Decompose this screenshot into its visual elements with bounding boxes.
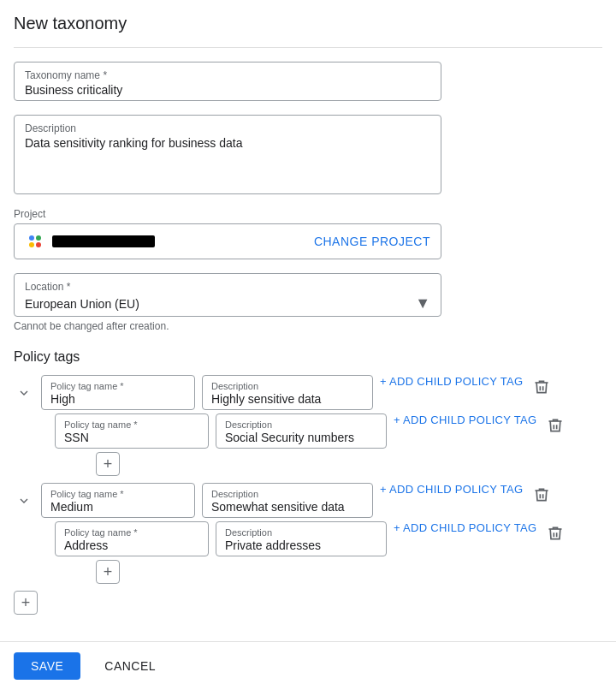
location-label: Location * [25, 281, 430, 293]
add-root-tag-button[interactable]: + [14, 591, 38, 615]
project-box: CHANGE PROJECT [14, 223, 441, 259]
project-label: Project [14, 208, 602, 220]
taxonomy-name-label: Taxonomy name * [25, 69, 430, 81]
tag-name-field-address: Policy tag name * [55, 521, 209, 556]
page-title: New taxonomy [14, 14, 602, 48]
add-child-button-address[interactable]: + ADD CHILD POLICY TAG [394, 521, 536, 534]
tag-fields-high: Policy tag name * Description + ADD CHIL… [41, 375, 602, 410]
tag-name-label-address: Policy tag name * [64, 527, 199, 538]
policy-tags-title: Policy tags [14, 349, 602, 365]
tag-desc-label-high: Description [211, 381, 364, 391]
tag-name-field-high: Policy tag name * [41, 375, 195, 410]
tag-fields-address: Policy tag name * Description + ADD CHIL… [55, 521, 602, 556]
footer-bar: SAVE CANCEL [0, 641, 616, 690]
svg-point-0 [29, 235, 34, 241]
tag-desc-input-address[interactable] [225, 538, 377, 552]
cancel-button[interactable]: CANCEL [91, 652, 169, 680]
tag-name-field-ssn: Policy tag name * [55, 413, 209, 449]
plus-icon: + [104, 455, 113, 473]
tag-desc-input-medium[interactable] [211, 500, 364, 514]
add-nested-child-row-medium: + [96, 560, 602, 584]
location-hint: Cannot be changed after creation. [14, 320, 441, 332]
description-label: Description [25, 122, 430, 134]
table-row: Policy tag name * Description + ADD CHIL… [14, 375, 602, 410]
child-group-ssn: Policy tag name * Description + ADD CHIL… [55, 413, 602, 476]
plus-icon: + [104, 563, 113, 581]
add-child-button-medium[interactable]: + ADD CHILD POLICY TAG [380, 483, 523, 496]
plus-icon-root: + [21, 594, 31, 612]
tag-name-input-medium[interactable] [50, 500, 186, 514]
tag-desc-label-medium: Description [211, 489, 364, 499]
location-value: European Union (EU) [25, 297, 139, 311]
tag-desc-field-high: Description [202, 375, 373, 410]
delete-button-high[interactable] [530, 375, 554, 399]
table-row: Policy tag name * Description + ADD CHIL… [55, 521, 602, 556]
table-row: Policy tag name * Description + ADD CHIL… [55, 413, 602, 449]
tag-desc-field-ssn: Description [216, 413, 387, 449]
taxonomy-name-input[interactable] [25, 83, 430, 97]
tag-name-label-high: Policy tag name * [50, 381, 186, 391]
tag-name-field-medium: Policy tag name * [41, 483, 195, 518]
add-nested-child-row-high: + [96, 452, 602, 476]
description-field: Description Data sensitivity ranking for… [14, 115, 441, 194]
tag-desc-field-address: Description [216, 521, 387, 556]
chevron-down-icon: ▼ [415, 294, 430, 312]
tag-desc-label-ssn: Description [225, 419, 377, 430]
project-icon [25, 231, 45, 252]
svg-point-2 [29, 242, 34, 247]
delete-button-medium[interactable] [530, 483, 554, 507]
add-child-button-ssn[interactable]: + ADD CHILD POLICY TAG [394, 413, 536, 426]
tag-name-input-ssn[interactable] [64, 431, 199, 444]
add-nested-child-button-medium[interactable]: + [96, 560, 120, 584]
policy-tag-group-medium: Policy tag name * Description + ADD CHIL… [14, 483, 602, 584]
tag-desc-label-address: Description [225, 527, 377, 538]
add-child-button-high[interactable]: + ADD CHILD POLICY TAG [380, 375, 523, 388]
svg-point-1 [36, 235, 41, 241]
add-root-tag-row: + [14, 591, 602, 615]
description-input[interactable]: Data sensitivity ranking for business da… [25, 136, 430, 187]
tag-desc-input-ssn[interactable] [225, 431, 377, 444]
expand-toggle-high[interactable] [14, 383, 34, 403]
tag-name-input-address[interactable] [64, 538, 199, 552]
policy-tags-section: Policy tags Policy tag name * [14, 349, 602, 615]
tag-name-label-medium: Policy tag name * [50, 489, 186, 499]
taxonomy-name-field: Taxonomy name * [14, 62, 441, 101]
table-row: Policy tag name * Description + ADD CHIL… [14, 483, 602, 518]
save-button[interactable]: SAVE [14, 652, 80, 680]
change-project-button[interactable]: CHANGE PROJECT [314, 235, 430, 248]
tag-fields-ssn: Policy tag name * Description + ADD CHIL… [55, 413, 602, 449]
delete-button-ssn[interactable] [543, 413, 567, 437]
tag-desc-field-medium: Description [202, 483, 373, 518]
tag-name-input-high[interactable] [50, 392, 186, 406]
tag-desc-input-high[interactable] [211, 392, 364, 406]
tag-name-label-ssn: Policy tag name * [64, 419, 199, 430]
delete-button-address[interactable] [543, 521, 567, 545]
location-field[interactable]: Location * European Union (EU) ▼ [14, 273, 441, 317]
policy-tag-group-high: Policy tag name * Description + ADD CHIL… [14, 375, 602, 476]
child-group-address: Policy tag name * Description + ADD CHIL… [55, 521, 602, 584]
project-name [52, 235, 155, 247]
tag-fields-medium: Policy tag name * Description + ADD CHIL… [41, 483, 602, 518]
add-nested-child-button-high[interactable]: + [96, 452, 120, 476]
expand-toggle-medium[interactable] [14, 491, 34, 511]
svg-point-3 [36, 242, 41, 247]
